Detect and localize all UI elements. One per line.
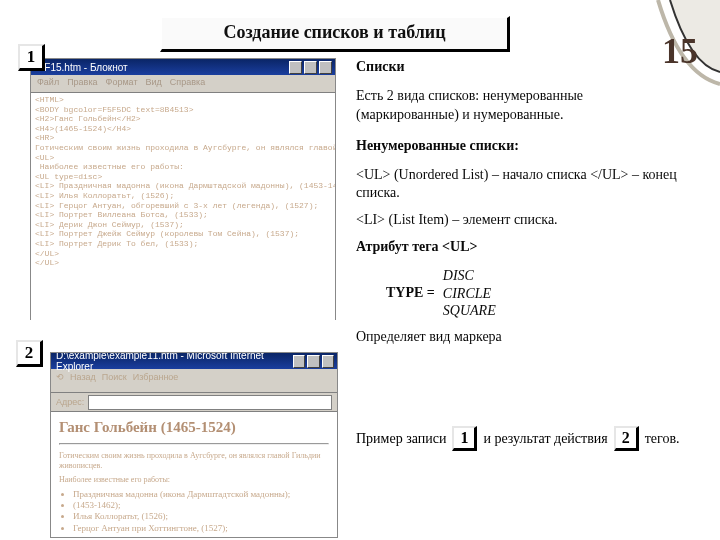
text-frag: и результат действия xyxy=(483,431,607,447)
toolbar-item: Поиск xyxy=(102,372,127,392)
type-block: TYPE = DISC CIRCLE SQUARE xyxy=(386,267,686,320)
marker-desc: Определяет вид маркера xyxy=(356,328,686,347)
minimize-icon xyxy=(293,355,305,368)
ul-desc: <UL> (Unordered List) – начало списка </… xyxy=(356,166,686,204)
subsection-heading: Ненумерованные списки: xyxy=(356,137,686,156)
back-icon: ⟲ xyxy=(56,372,64,392)
browser-window: D:\example\example11.htm - Microsoft Int… xyxy=(50,352,338,538)
example-line: Пример записи 1 и результат действия 2 т… xyxy=(356,426,706,451)
section-heading: Списки xyxy=(356,58,686,77)
browser-titlebar: D:\example\example11.htm - Microsoft Int… xyxy=(51,353,337,369)
badge-2: 2 xyxy=(16,340,43,367)
editor-title-text: ...F15.htm - Блокнот xyxy=(36,62,128,73)
attribute-heading: Атрибут тега <UL> xyxy=(356,238,686,257)
address-box xyxy=(88,395,332,410)
maximize-icon xyxy=(304,61,317,74)
browser-page: Ганс Гольбейн (1465-1524) Готическим сво… xyxy=(51,412,337,533)
type-opt: SQUARE xyxy=(443,302,496,320)
ref-badge-1: 1 xyxy=(452,426,477,451)
badge-1: 1 xyxy=(18,44,45,71)
toolbar-item: Избранное xyxy=(133,372,179,392)
li-desc: <LI> (List Item) – элемент списка. xyxy=(356,211,686,230)
text-frag: тегов. xyxy=(645,431,680,447)
address-label: Адрес: xyxy=(56,397,84,407)
ref-badge-2: 2 xyxy=(614,426,639,451)
section-intro: Есть 2 вида списков: ненумерованные (мар… xyxy=(356,87,686,125)
browser-toolbar: ⟲ Назад Поиск Избранное xyxy=(51,369,337,393)
menu-item: Правка xyxy=(67,77,97,92)
list-item: Герцог Антуан при Хоттингтоне, (1527); xyxy=(73,523,329,534)
page-heading: Ганс Гольбейн (1465-1524) xyxy=(59,418,329,437)
editor-titlebar: ...F15.htm - Блокнот xyxy=(31,59,335,75)
minimize-icon xyxy=(289,61,302,74)
browser-title-text: D:\example\example11.htm - Microsoft Int… xyxy=(56,352,291,372)
type-options: DISC CIRCLE SQUARE xyxy=(443,267,496,320)
editor-window: ...F15.htm - Блокнот Файл Правка Формат … xyxy=(30,58,336,320)
maximize-icon xyxy=(307,355,319,368)
menu-item: Справка xyxy=(170,77,205,92)
type-label: TYPE = xyxy=(386,284,435,303)
text-frag: Пример записи xyxy=(356,431,446,447)
close-icon xyxy=(322,355,334,368)
menu-item: Вид xyxy=(146,77,162,92)
toolbar-item: Назад xyxy=(70,372,96,392)
close-icon xyxy=(319,61,332,74)
type-opt: CIRCLE xyxy=(443,285,496,303)
editor-menubar: Файл Правка Формат Вид Справка xyxy=(31,75,335,93)
type-opt: DISC xyxy=(443,267,496,285)
list-item: (1453-1462); xyxy=(73,500,329,511)
page-list: Праздничная мадонна (икона Дармштадтской… xyxy=(73,489,329,533)
menu-item: Файл xyxy=(37,77,59,92)
slide-title: Создание списков и таблиц xyxy=(160,16,510,52)
page-para: Наиболее известные его работы: xyxy=(59,475,329,485)
list-item: Илья Коллоратьт, (1526); xyxy=(73,511,329,522)
menu-item: Формат xyxy=(106,77,138,92)
address-bar: Адрес: xyxy=(51,393,337,412)
content-column: Списки Есть 2 вида списков: ненумерованн… xyxy=(356,58,686,359)
page-para: Готическим своим жизнь проходила в Аугсб… xyxy=(59,451,329,471)
editor-code: <HTML> <BODY bgcolor=F5F5DC text=8B4513>… xyxy=(31,93,335,324)
list-item: Праздничная мадонна (икона Дармштадтской… xyxy=(73,489,329,500)
